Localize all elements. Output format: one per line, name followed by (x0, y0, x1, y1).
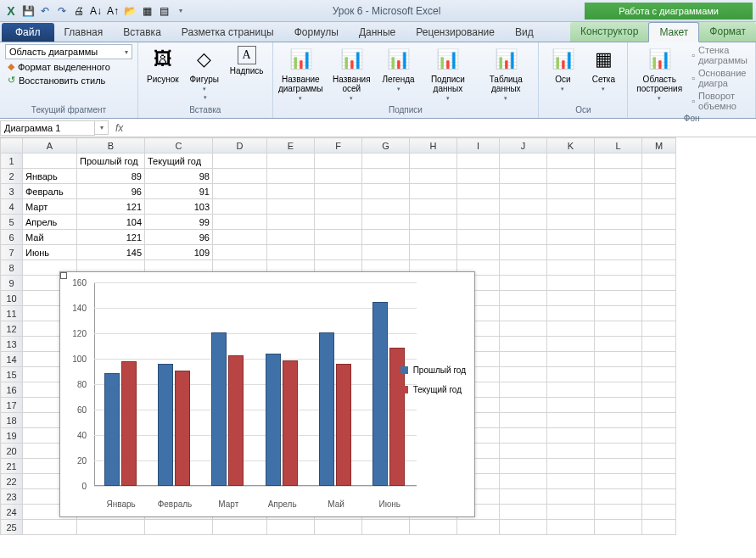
cell-A4[interactable]: Март (23, 199, 77, 215)
cell-M17[interactable] (642, 398, 676, 413)
excel-logo-icon[interactable]: X (3, 3, 19, 19)
shapes-button[interactable]: ◇Фигуры▾ (186, 44, 223, 103)
cell-M2[interactable] (642, 169, 676, 184)
row-header-15[interactable]: 15 (1, 367, 23, 382)
cell-A7[interactable]: Июнь (23, 245, 77, 260)
cell-F5[interactable] (315, 215, 362, 230)
cell-B2[interactable]: 89 (77, 169, 145, 184)
chart-legend[interactable]: Прошлый годТекущий год (400, 365, 466, 405)
cell-E25[interactable] (267, 520, 315, 535)
cell-H1[interactable] (410, 153, 457, 169)
chart-element-selector[interactable]: Область диаграммы▾ (5, 44, 132, 59)
undo-icon[interactable]: ↶ (37, 3, 53, 19)
tab-Разметка страницы[interactable]: Разметка страницы (171, 23, 284, 42)
tab-Вид[interactable]: Вид (505, 23, 544, 42)
cell-J8[interactable] (500, 260, 547, 276)
cell-M18[interactable] (642, 413, 676, 428)
sort-asc-icon[interactable]: A↓ (88, 3, 104, 19)
cell-H4[interactable] (410, 199, 457, 215)
tab-Главная[interactable]: Главная (54, 23, 114, 42)
cell-M14[interactable] (642, 352, 676, 367)
cell-L5[interactable] (595, 215, 642, 230)
cell-K22[interactable] (547, 474, 595, 489)
cell-M22[interactable] (642, 474, 676, 489)
file-tab[interactable]: Файл (2, 23, 54, 42)
cell-C5[interactable]: 99 (145, 215, 213, 230)
cell-H2[interactable] (410, 169, 457, 184)
formula-input[interactable] (130, 121, 756, 135)
cell-A6[interactable]: Май (23, 230, 77, 245)
name-box-dropdown[interactable]: ▾ (95, 120, 109, 135)
cell-K5[interactable] (547, 215, 595, 230)
textbox-button[interactable]: AНадпись (227, 44, 267, 77)
cell-K23[interactable] (547, 489, 595, 505)
cell-H5[interactable] (410, 215, 457, 230)
cell-L22[interactable] (595, 474, 642, 489)
cell-K18[interactable] (547, 413, 595, 428)
cell-M12[interactable] (642, 321, 676, 337)
cell-E1[interactable] (267, 153, 315, 169)
bar-Прошлый год-Май[interactable] (319, 332, 334, 487)
cell-L23[interactable] (595, 489, 642, 505)
cell-A5[interactable]: Апрель (23, 215, 77, 230)
cell-B6[interactable]: 121 (77, 230, 145, 245)
cell-H6[interactable] (410, 230, 457, 245)
cell-L20[interactable] (595, 444, 642, 459)
cell-J4[interactable] (500, 199, 547, 215)
cell-E4[interactable] (267, 199, 315, 215)
cell-J18[interactable] (500, 413, 547, 428)
cell-G25[interactable] (362, 520, 410, 535)
col-header-J[interactable]: J (500, 138, 547, 153)
cell-K1[interactable] (547, 153, 595, 169)
cell-I7[interactable] (457, 245, 500, 260)
col-header-G[interactable]: G (362, 138, 410, 153)
col-header-K[interactable]: K (547, 138, 595, 153)
row-header-18[interactable]: 18 (1, 413, 23, 428)
cell-K3[interactable] (547, 184, 595, 199)
cell-J7[interactable] (500, 245, 547, 260)
cell-I6[interactable] (457, 230, 500, 245)
cell-J23[interactable] (500, 489, 547, 505)
cell-M5[interactable] (642, 215, 676, 230)
cell-K19[interactable] (547, 428, 595, 444)
cell-F1[interactable] (315, 153, 362, 169)
cell-K25[interactable] (547, 520, 595, 535)
cell-M8[interactable] (642, 260, 676, 276)
row-header-13[interactable]: 13 (1, 337, 23, 352)
select-all-corner[interactable] (1, 138, 23, 153)
cell-M9[interactable] (642, 276, 676, 291)
cell-M24[interactable] (642, 505, 676, 520)
cell-J12[interactable] (500, 321, 547, 337)
cell-K7[interactable] (547, 245, 595, 260)
chart-title-button[interactable]: 📊Название диаграммы▾ (278, 44, 323, 103)
tab-Формулы[interactable]: Формулы (284, 23, 349, 42)
row-header-17[interactable]: 17 (1, 398, 23, 413)
col-header-I[interactable]: I (457, 138, 500, 153)
cell-K20[interactable] (547, 444, 595, 459)
cell-L15[interactable] (595, 367, 642, 382)
cell-G4[interactable] (362, 199, 410, 215)
cell-L6[interactable] (595, 230, 642, 245)
cell-G2[interactable] (362, 169, 410, 184)
bar-Прошлый год-Апрель[interactable] (266, 354, 281, 486)
row-header-7[interactable]: 7 (1, 245, 23, 260)
cell-J11[interactable] (500, 306, 547, 321)
cell-L2[interactable] (595, 169, 642, 184)
cell-L11[interactable] (595, 306, 642, 321)
tab-Макет[interactable]: Макет (648, 22, 699, 42)
cell-L19[interactable] (595, 428, 642, 444)
cell-L10[interactable] (595, 291, 642, 306)
cell-K16[interactable] (547, 382, 595, 398)
cell-K15[interactable] (547, 367, 595, 382)
cell-K13[interactable] (547, 337, 595, 352)
cell-D5[interactable] (213, 215, 267, 230)
row-header-10[interactable]: 10 (1, 291, 23, 306)
cell-B4[interactable]: 121 (77, 199, 145, 215)
col-header-E[interactable]: E (267, 138, 315, 153)
cell-G1[interactable] (362, 153, 410, 169)
cell-M3[interactable] (642, 184, 676, 199)
cell-C2[interactable]: 98 (145, 169, 213, 184)
cell-J14[interactable] (500, 352, 547, 367)
cell-B1[interactable]: Прошлый год (77, 153, 145, 169)
row-header-25[interactable]: 25 (1, 520, 23, 535)
